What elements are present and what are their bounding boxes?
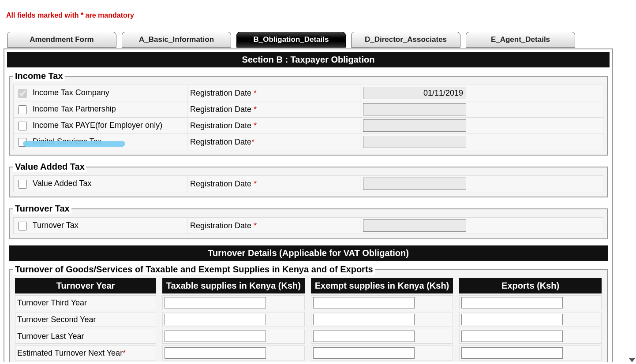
turnover-details-group: Turnover of Goods/Services of Taxable an…: [9, 264, 608, 362]
income-tax-paye-reg-label: Registration Date: [190, 121, 254, 130]
income-tax-company-reg-label: Registration Date: [190, 89, 254, 97]
turnover-year-label: Estimated Turnover Next Year: [17, 349, 123, 358]
turnover-year-label: Turnover Last Year: [17, 332, 84, 341]
turnover-second-taxable-input[interactable]: [165, 314, 266, 325]
income-tax-partnership-checkbox[interactable]: [18, 105, 27, 114]
vat-checkbox[interactable]: [18, 180, 27, 189]
tab-obligation-details[interactable]: B_Obligation_Details: [236, 32, 346, 48]
income-tax-partnership-label: Income Tax Partnership: [33, 104, 116, 113]
table-row: Turnover Last Year: [15, 329, 602, 344]
annotation-highlight-icon: [23, 141, 125, 147]
section-b-frame: Section B : Taxpayer Obligation Income T…: [4, 48, 613, 362]
tab-director-associates[interactable]: D_Director_Associates: [351, 32, 460, 48]
income-tax-partnership-reg-input[interactable]: [363, 103, 466, 115]
income-tax-company-checkbox: [18, 89, 27, 98]
table-row: Turnover Second Year: [15, 312, 602, 327]
turnover-col-year: Turnover Year: [15, 278, 156, 293]
asterisk-icon: *: [123, 349, 126, 358]
income-tax-group: Income Tax Income Tax Company Registrati…: [9, 71, 608, 156]
vat-legend: Value Added Tax: [13, 162, 86, 172]
turnover-table-header: Turnover Year Taxable supplies in Kenya …: [15, 278, 602, 293]
income-tax-paye-checkbox[interactable]: [18, 122, 27, 130]
turnover-second-exempt-input[interactable]: [313, 314, 415, 325]
turnover-tax-legend: Turnover Tax: [13, 204, 71, 214]
turnover-tax-label: Turnover Tax: [33, 221, 79, 230]
asterisk-icon: *: [254, 105, 257, 114]
asterisk-icon: *: [254, 121, 257, 130]
section-b-header: Section B : Taxpayer Obligation: [7, 52, 610, 67]
turnover-year-label: Turnover Third Year: [17, 298, 87, 308]
income-tax-company-label: Income Tax Company: [33, 88, 109, 97]
income-tax-partnership-reg-label: Registration Date: [190, 105, 254, 114]
tab-amendment-form[interactable]: Amendment Form: [7, 32, 116, 48]
table-row: Estimated Turnover Next Year*: [15, 345, 602, 360]
tab-bar: Amendment Form A_Basic_Information B_Obl…: [0, 32, 617, 48]
turnover-tax-reg-input[interactable]: [363, 219, 466, 232]
asterisk-icon: *: [254, 179, 257, 188]
turnover-next-exempt-input[interactable]: [313, 347, 415, 359]
turnover-last-taxable-input[interactable]: [165, 331, 266, 342]
digital-services-tax-reg-label: Registration Date: [190, 137, 251, 146]
turnover-last-exempt-input[interactable]: [313, 331, 415, 342]
tab-agent-details[interactable]: E_Agent_Details: [466, 32, 575, 48]
turnover-tax-group: Turnover Tax Turnover Tax Registration D…: [9, 204, 608, 239]
turnover-details-legend: Turnover of Goods/Services of Taxable an…: [13, 264, 375, 275]
turnover-year-label: Turnover Second Year: [17, 315, 96, 324]
turnover-second-exports-input[interactable]: [461, 314, 563, 325]
income-tax-legend: Income Tax: [13, 71, 65, 81]
turnover-tax-checkbox[interactable]: [18, 222, 27, 230]
digital-services-tax-reg-input[interactable]: [363, 136, 466, 148]
turnover-next-exports-input[interactable]: [461, 347, 563, 359]
turnover-third-exports-input[interactable]: [461, 297, 563, 308]
tab-basic-information[interactable]: A_Basic_Information: [122, 32, 231, 48]
vat-label: Value Added Tax: [33, 179, 91, 188]
turnover-third-exempt-input[interactable]: [313, 297, 415, 308]
turnover-col-exempt: Exempt supplies in Kenya (Ksh): [311, 278, 453, 293]
scroll-down-icon[interactable]: [629, 358, 635, 362]
asterisk-icon: *: [254, 221, 257, 230]
turnover-third-taxable-input[interactable]: [165, 297, 266, 308]
turnover-col-taxable: Taxable supplies in Kenya (Ksh): [162, 278, 305, 293]
mandatory-notice: All fields marked with * are mandatory: [0, 0, 617, 32]
asterisk-icon: *: [251, 137, 254, 146]
turnover-col-exports: Exports (Ksh): [459, 278, 602, 293]
turnover-tax-reg-label: Registration Date: [190, 221, 254, 230]
income-tax-company-reg-input[interactable]: [363, 87, 466, 99]
turnover-last-exports-input[interactable]: [461, 331, 563, 342]
asterisk-icon: *: [254, 89, 257, 97]
vat-reg-input[interactable]: [363, 178, 466, 190]
vat-reg-label: Registration Date: [190, 179, 254, 188]
turnover-details-header: Turnover Details (Applicable for VAT Obl…: [9, 245, 608, 261]
turnover-next-taxable-input[interactable]: [165, 347, 266, 359]
table-row: Turnover Third Year: [15, 295, 602, 310]
income-tax-paye-reg-input[interactable]: [363, 119, 466, 132]
income-tax-paye-label: Income Tax PAYE(for Employer only): [33, 121, 162, 130]
vat-group: Value Added Tax Value Added Tax Registra…: [9, 162, 608, 197]
